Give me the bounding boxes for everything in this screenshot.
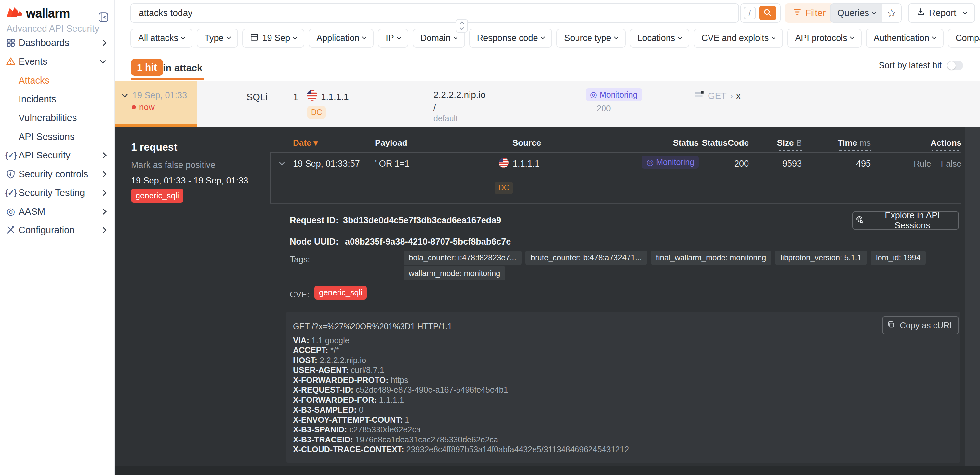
chip-label: Source type (564, 33, 611, 43)
attack-row-date-cell[interactable]: 19 Sep, 01:33 now (115, 81, 197, 127)
filter-chip-all-attacks[interactable]: All attacks (130, 29, 192, 48)
http-header-line: X-CLOUD-TRACE-CONTEXT: 23932e8c4ff897b53… (293, 445, 629, 454)
recency-dot-icon (132, 105, 136, 109)
chevron-down-icon (460, 26, 464, 30)
tag-chip[interactable]: brute_counter: b:478:a732471... (525, 250, 647, 265)
tag-chip[interactable]: final_wallarm_mode: monitoring (651, 250, 772, 265)
cve-tag[interactable]: generic_sqli (314, 286, 367, 300)
chip-label: Locations (638, 33, 675, 43)
report-button-label: Report (929, 8, 956, 18)
explore-api-sessions-button[interactable]: Explore in API Sessions (852, 212, 959, 230)
recency-label: now (139, 102, 155, 112)
sidebar-item-configuration[interactable]: Configuration (0, 221, 115, 239)
column-header-time[interactable]: Time ms (838, 138, 871, 151)
chevron-down-icon (362, 35, 366, 39)
tag-chip[interactable]: bola_counter: i:478:f82823e7... (404, 250, 522, 265)
sidebar-collapse-icon[interactable] (98, 12, 109, 23)
queries-group: Queries ☆ (830, 3, 902, 23)
column-header-source: Source (512, 138, 541, 148)
sidebar-item-attacks[interactable]: Attacks (0, 71, 115, 90)
sidebar: wallarm Advanced API Security Dashboards… (0, 0, 115, 475)
panel-scrollbar[interactable] (965, 127, 980, 466)
false-action-link[interactable]: False (941, 159, 961, 169)
filter-chip-source-type[interactable]: Source type (556, 29, 625, 48)
chevron-down-icon (397, 35, 401, 39)
tag-chip[interactable]: wallarm_mode: monitoring (404, 266, 505, 281)
monitoring-mode-badge: ◎Monitoring (585, 89, 642, 101)
filter-chip-cve[interactable]: CVE and exploits (694, 29, 783, 48)
sidebar-item-incidents[interactable]: Incidents (0, 89, 115, 108)
chevron-down-icon (226, 35, 231, 39)
search-button[interactable] (759, 6, 776, 21)
queries-button[interactable]: Queries (831, 4, 882, 22)
chevron-down-icon[interactable] (279, 160, 285, 166)
attack-type-tag[interactable]: generic_sqli (131, 189, 183, 203)
row-progress-bar (115, 124, 197, 127)
rule-action-link[interactable]: Rule (914, 159, 931, 169)
fingerprint-search-icon (855, 215, 864, 226)
download-icon (916, 8, 925, 19)
sidebar-item-security-controls[interactable]: Security controls (0, 165, 115, 183)
chip-label: All attacks (138, 33, 178, 43)
filter-chip-authentication[interactable]: Authentication (866, 29, 943, 48)
sidebar-item-aasm[interactable]: ◎ AASM (0, 202, 115, 221)
sidebar-item-label: Incidents (19, 94, 56, 104)
sort-toggle[interactable] (947, 61, 963, 70)
filter-chip-response-code[interactable]: Response code (469, 29, 552, 48)
chevron-right-icon (100, 227, 106, 233)
sidebar-item-api-sessions[interactable]: API Sessions (0, 127, 115, 146)
tag-chip[interactable]: lom_id: 1994 (871, 250, 926, 265)
blank-line (293, 332, 629, 335)
http-request-text: GET /?x=%27%20OR%201%3D1 HTTP/1.1 VIA: 1… (293, 322, 629, 454)
http-header-line: X-B3-TRACEID: 1976e8ca1dea31cac2785330de… (293, 435, 629, 445)
sidebar-item-events[interactable]: Events (0, 52, 115, 71)
attack-endpoint[interactable]: GET › x (695, 91, 741, 101)
hit-context-label: in attack (163, 62, 202, 73)
tags-label: Tags: (290, 254, 310, 265)
http-header-line: X-ENVOY-ATTEMPT-COUNT: 1 (293, 415, 629, 425)
attack-domain: 2.2.2.2.nip.io (433, 90, 485, 100)
request-source-ip[interactable]: 1.1.1.1 (513, 159, 540, 171)
sidebar-item-api-security[interactable]: {✓} API Security (0, 146, 115, 165)
sidebar-item-vulnerabilities[interactable]: Vulnerabilities (0, 108, 115, 127)
search-input[interactable] (130, 3, 739, 23)
filter-button[interactable]: Filter (784, 3, 834, 23)
sidebar-item-label: API Sessions (19, 131, 75, 142)
request-id-value: 3bd13de0d4c5e7f3db3cad6ea167eda9 (343, 215, 501, 225)
sidebar-item-label: Dashboards (19, 37, 69, 48)
filter-chip-locations[interactable]: Locations (630, 29, 690, 48)
chevron-down-icon (181, 35, 185, 39)
filter-chip-application[interactable]: Application (309, 29, 374, 48)
warning-triangle-icon (6, 57, 16, 66)
filter-chip-compare-to[interactable]: Compare to... (948, 29, 980, 48)
request-date: 19 Sep, 01:33:57 (293, 159, 360, 169)
filter-chip-api-protocols[interactable]: API protocols (787, 29, 862, 48)
tag-chip[interactable]: libproton_version: 5.1.1 (775, 250, 867, 265)
column-header-actions[interactable]: Actions (931, 138, 961, 151)
attack-source-ip[interactable]: 1.1.1.1 (321, 92, 349, 102)
mark-false-positive-link[interactable]: Mark as false positive (131, 160, 216, 170)
filter-chip-type[interactable]: Type (197, 29, 238, 48)
sidebar-item-dashboards[interactable]: Dashboards (0, 33, 115, 52)
http-header-line: X-FORWARDED-FOR: 1.1.1.1 (293, 395, 629, 405)
queries-label: Queries (837, 8, 869, 18)
filter-chip-date[interactable]: 19 Sep (242, 29, 305, 48)
attack-date-range: 19 Sep, 01:33 - 19 Sep, 01:33 (131, 176, 248, 186)
chip-label: API protocols (795, 33, 847, 43)
attack-row[interactable]: 19 Sep, 01:33 now SQLi 1 1.1.1.1 DC 2.2.… (115, 81, 980, 127)
filters-collapse-control[interactable] (455, 19, 468, 32)
column-header-size[interactable]: Size B (777, 138, 802, 151)
http-header-line: HOST: 2.2.2.2.nip.io (293, 355, 629, 365)
chevron-right-icon (100, 40, 106, 46)
report-button[interactable]: Report (908, 3, 975, 23)
column-header-date[interactable]: Date ▾ (293, 138, 318, 148)
sidebar-item-security-testing[interactable]: {✓} Security Testing (0, 183, 115, 202)
sidebar-item-label: AASM (19, 206, 45, 217)
chip-label: IP (386, 33, 394, 43)
filter-chip-ip[interactable]: IP (378, 29, 408, 48)
active-tab-underline (131, 78, 204, 80)
favorite-star-button[interactable]: ☆ (882, 4, 901, 22)
copy-as-curl-button[interactable]: Copy as cURL (882, 316, 959, 335)
toggle-knob (948, 62, 956, 70)
sidebar-item-label: Security Testing (19, 187, 85, 198)
